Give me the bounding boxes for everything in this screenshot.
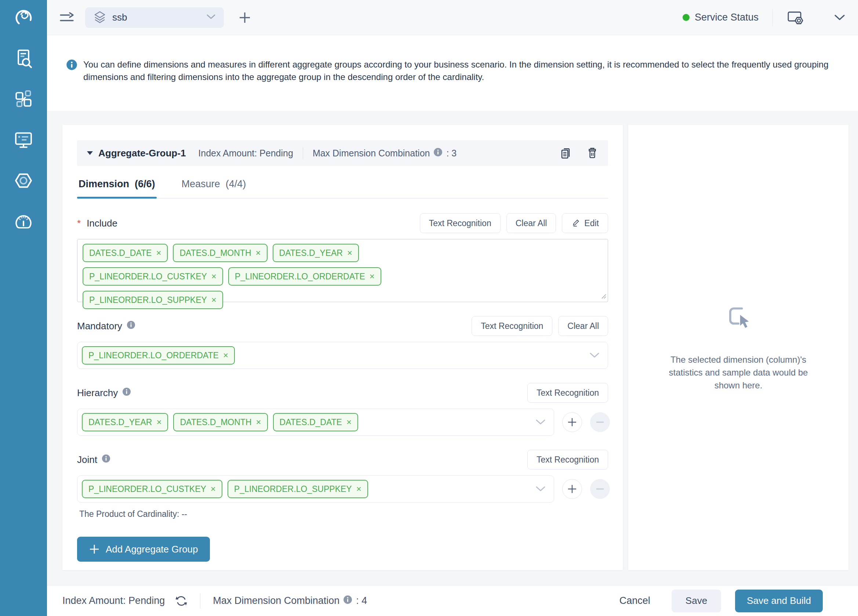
mandatory-text-recognition-button[interactable]: Text Recognition — [472, 316, 552, 336]
save-button[interactable]: Save — [671, 590, 721, 612]
main-area: Aggregate-Group-1 Index Amount: Pending … — [47, 111, 858, 585]
model-blocks-icon — [13, 89, 34, 111]
add-hierarchy-button[interactable] — [562, 412, 582, 432]
tab-measure-count: (4/4) — [226, 179, 246, 190]
statistics-hint-text: The selected dimension (column)'s statis… — [656, 353, 821, 392]
info-icon[interactable] — [343, 595, 352, 607]
max-combination-value: : 3 — [446, 148, 457, 159]
dimension-tag-label: P_LINEORDER.LO_ORDERDATE — [235, 272, 365, 282]
dimension-tag: DATES.D_DATE × — [82, 244, 168, 262]
joint-label: Joint — [77, 454, 110, 465]
collapse-menu-icon[interactable] — [59, 11, 75, 24]
clear-all-label: Clear All — [567, 321, 599, 331]
close-icon[interactable]: × — [211, 296, 216, 304]
hexagon-nut-icon — [13, 170, 34, 192]
close-icon[interactable]: × — [156, 249, 161, 257]
cancel-button[interactable]: Cancel — [619, 595, 650, 607]
kylin-logo-icon — [13, 6, 34, 28]
user-menu-chevron-icon[interactable] — [834, 14, 846, 21]
tab-dimension[interactable]: Dimension (6/6) — [77, 179, 157, 198]
dimension-tag-label: DATES.D_YEAR — [89, 417, 152, 427]
joint-label-text: Joint — [77, 454, 97, 465]
dimension-measure-tabs: Dimension (6/6) Measure (4/4) — [77, 179, 608, 199]
text-recognition-label: Text Recognition — [429, 218, 491, 228]
close-icon[interactable]: × — [347, 249, 352, 257]
dimension-tag: P_LINEORDER.LO_ORDERDATE × — [228, 267, 381, 286]
save-and-build-button[interactable]: Save and Build — [735, 590, 823, 612]
mandatory-clear-all-button[interactable]: Clear All — [558, 316, 608, 336]
copy-icon[interactable] — [559, 146, 572, 160]
include-label-text: Include — [87, 218, 117, 229]
remove-hierarchy-button[interactable] — [590, 412, 610, 432]
hierarchy-row: Hierarchy Text Recognition — [77, 383, 608, 403]
close-icon[interactable]: × — [370, 272, 375, 281]
delete-icon[interactable] — [586, 146, 598, 160]
include-text-recognition-button[interactable]: Text Recognition — [420, 213, 500, 233]
footer-max-combination-value: : 4 — [356, 595, 367, 607]
max-combination-label: Max Dimension Combination — [312, 148, 430, 159]
dimension-tag: P_LINEORDER.LO_ORDERDATE × — [82, 346, 235, 364]
close-icon[interactable]: × — [347, 418, 351, 426]
refresh-icon[interactable] — [175, 595, 188, 607]
statistics-panel: The selected dimension (column)'s statis… — [628, 125, 849, 570]
add-aggregate-group-button[interactable]: Add Aggregate Group — [77, 537, 210, 562]
close-icon[interactable]: × — [211, 272, 216, 281]
group-title: Aggregate-Group-1 — [98, 148, 186, 159]
close-icon[interactable]: × — [156, 418, 162, 426]
dimension-tag-label: P_LINEORDER.LO_SUPPKEY — [89, 295, 207, 305]
add-joint-button[interactable] — [562, 479, 582, 499]
hierarchy-select[interactable]: DATES.D_YEAR × DATES.D_MONTH × DATES.D_D… — [77, 409, 554, 436]
sidebar-item-admin[interactable] — [13, 212, 34, 233]
dimension-tag: DATES.D_MONTH × — [173, 413, 267, 431]
clear-all-label: Clear All — [516, 218, 547, 228]
service-status[interactable]: Service Status — [682, 12, 759, 23]
close-icon[interactable]: × — [223, 351, 228, 360]
dimension-tag-label: DATES.D_MONTH — [179, 248, 251, 258]
project-name: ssb — [112, 12, 201, 23]
project-selector[interactable]: ssb — [85, 7, 224, 28]
footer-divider — [200, 593, 201, 609]
remove-joint-button[interactable] — [590, 479, 610, 499]
include-edit-button[interactable]: Edit — [562, 213, 608, 233]
mandatory-select[interactable]: P_LINEORDER.LO_ORDERDATE × — [77, 342, 608, 369]
console-settings-icon[interactable] — [787, 10, 804, 25]
close-icon[interactable]: × — [256, 418, 261, 426]
tab-measure[interactable]: Measure (4/4) — [180, 179, 248, 198]
joint-tags: P_LINEORDER.LO_CUSTKEY × P_LINEORDER.LO_… — [82, 480, 368, 498]
plus-icon — [89, 544, 100, 555]
sidebar-item-monitor[interactable] — [13, 130, 34, 151]
footer-max-combination: Max Dimension Combination : 4 — [213, 595, 367, 607]
include-row: * Include Text Recognition Clear All Edi… — [77, 213, 608, 233]
hierarchy-text-recognition-button[interactable]: Text Recognition — [527, 383, 608, 403]
sidebar-item-query[interactable] — [13, 48, 34, 70]
joint-select[interactable]: P_LINEORDER.LO_CUSTKEY × P_LINEORDER.LO_… — [77, 475, 554, 502]
include-clear-all-button[interactable]: Clear All — [507, 213, 556, 233]
info-icon[interactable] — [102, 454, 110, 465]
include-tags: DATES.D_DATE × DATES.D_MONTH × DATES.D_Y… — [82, 244, 464, 309]
sidebar — [0, 0, 47, 616]
joint-text-recognition-button[interactable]: Text Recognition — [527, 450, 608, 470]
sidebar-item-modeling[interactable] — [13, 89, 34, 110]
resize-handle[interactable] — [600, 293, 606, 300]
include-tag-box[interactable]: DATES.D_DATE × DATES.D_MONTH × DATES.D_Y… — [77, 239, 608, 302]
caret-down-icon[interactable] — [87, 151, 93, 155]
chevron-down-icon[interactable] — [535, 419, 546, 425]
aggregate-group-card: Aggregate-Group-1 Index Amount: Pending … — [62, 125, 623, 570]
close-icon[interactable]: × — [211, 485, 216, 493]
footer-bar: Index Amount: Pending Max Dimension Comb… — [47, 585, 858, 616]
info-icon[interactable] — [434, 148, 443, 159]
info-icon[interactable] — [122, 387, 131, 399]
dimension-tag-label: P_LINEORDER.LO_CUSTKEY — [89, 484, 206, 494]
dimension-tag-label: P_LINEORDER.LO_ORDERDATE — [89, 351, 219, 361]
close-icon[interactable]: × — [356, 485, 362, 493]
edit-pen-icon — [571, 217, 581, 229]
chevron-down-icon[interactable] — [535, 486, 546, 492]
info-icon[interactable] — [127, 320, 135, 332]
sidebar-item-settings[interactable] — [13, 171, 34, 192]
footer-index-amount: Index Amount: Pending — [62, 595, 165, 607]
add-project-button[interactable] — [238, 11, 252, 25]
dimension-tag: P_LINEORDER.LO_CUSTKEY × — [82, 480, 222, 498]
chevron-down-icon[interactable] — [589, 352, 600, 359]
close-icon[interactable]: × — [256, 249, 261, 257]
banner-text: You can define dimensions and measures i… — [83, 58, 828, 111]
